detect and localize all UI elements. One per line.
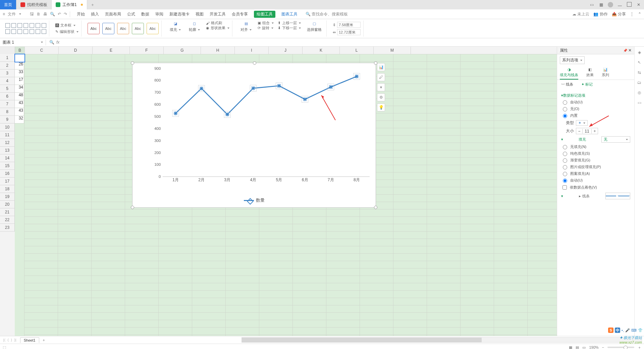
subtab-line[interactable]: 〰 线条 (561, 82, 573, 87)
tab-home[interactable]: 首页 (0, 0, 16, 9)
ime-skin-icon[interactable]: 👕 (638, 328, 643, 333)
window-close[interactable]: ✕ (636, 2, 641, 7)
fill-dropdown[interactable]: 无 (601, 136, 630, 143)
menu-data[interactable]: 数据 (141, 11, 149, 17)
tab-workbook[interactable]: 工作簿1 (52, 0, 87, 9)
stepper-plus[interactable]: ＋ (592, 128, 598, 134)
sheet-tab[interactable]: Sheet1 (20, 337, 39, 343)
ime-mic-icon[interactable]: 🎤 (625, 328, 630, 333)
radio-fill-pattern[interactable]: 图案填充(A) (561, 171, 630, 176)
resize-handle[interactable] (131, 61, 134, 65)
textbox-button[interactable]: 🅰 文本框 (55, 23, 78, 28)
resize-handle[interactable] (253, 61, 256, 65)
zoom-slider[interactable] (607, 347, 634, 348)
cloud-status[interactable]: ☁ 未上云 (572, 11, 589, 17)
close-panel-icon[interactable]: ✕ (628, 48, 632, 53)
window-restore[interactable] (627, 2, 632, 8)
save-icon[interactable]: 🖫 (30, 12, 34, 16)
diamond-icon[interactable]: ◈ (638, 50, 641, 55)
movedown-button[interactable]: ⬇ 下移一层 (278, 26, 301, 31)
shape-style-1[interactable]: Abc (88, 23, 100, 34)
col-L[interactable]: L (340, 47, 374, 54)
size-value[interactable]: 11 (582, 129, 592, 134)
menu-view[interactable]: 视图 (196, 11, 204, 17)
marker-size-stepper[interactable]: −11＋ (576, 128, 598, 134)
fill-button[interactable]: ◪填充 (168, 20, 183, 37)
shape-style-gallery[interactable]: Abc Abc Abc Abc Abc (88, 23, 159, 34)
share-button[interactable]: 📤 分享 (612, 11, 626, 17)
line-style-dropdown[interactable] (605, 193, 630, 199)
menu-charttools[interactable]: 图表工具 (281, 11, 298, 17)
height-field[interactable]: ⇕ 7.58厘米 (333, 22, 361, 28)
record-icon[interactable]: ⬚ (3, 345, 6, 349)
zoom-in-icon[interactable]: ＋ (638, 345, 641, 349)
ime-punct-icon[interactable]: •, (622, 328, 624, 332)
more-icon[interactable]: ⋮ (630, 12, 634, 16)
ime-lang-icon[interactable]: 中 (615, 328, 620, 333)
save-as-icon[interactable]: 🗎 (37, 12, 41, 16)
col-E[interactable]: E (93, 47, 130, 54)
hscrollbar[interactable] (241, 337, 642, 343)
radio-fill-auto[interactable]: 自动(U) (561, 178, 630, 183)
radio-fill-pic[interactable]: 图片或纹理填充(P) (561, 164, 630, 169)
chart-legend[interactable]: 数量 (132, 197, 376, 203)
new-tab-button[interactable]: ＋ (87, 0, 98, 9)
selection-pane-button[interactable]: ▢选择窗格 (305, 20, 324, 37)
add-sheet-button[interactable]: ＋ (42, 338, 46, 343)
chart-plot[interactable]: 01002003004005006007008009001月2月3月4月5月6月… (150, 66, 370, 183)
print-icon[interactable]: 🖶 (43, 12, 47, 16)
clipboard-icon[interactable]: 🗂 (637, 80, 641, 85)
chart-elements-icon[interactable]: 📊 (377, 63, 385, 71)
col-K[interactable]: K (303, 47, 340, 54)
shapefx-button[interactable]: ◉ 形状效果 (206, 26, 229, 31)
shape-style-3[interactable]: Abc (117, 23, 129, 34)
view-pagebreak-icon[interactable]: ▤ (576, 345, 579, 349)
stepper-minus[interactable]: − (576, 129, 582, 134)
zoom-out-icon[interactable]: − (602, 345, 604, 349)
shape-style-5[interactable]: Abc (147, 23, 159, 34)
chart-filter-icon[interactable]: ▾ (377, 83, 385, 91)
check-bypoint[interactable]: 依数据点着色(V) (561, 184, 630, 191)
tab-effect[interactable]: ◧效果 (586, 67, 594, 80)
zoom-value[interactable]: 190% (589, 345, 598, 349)
window-minimize[interactable] (617, 2, 623, 7)
menu-dev[interactable]: 开发工具 (210, 11, 226, 17)
col-C[interactable]: C (25, 47, 59, 54)
menu-insert[interactable]: 插入 (91, 11, 99, 17)
layout-icon[interactable]: ▭ (589, 2, 594, 7)
group-button[interactable]: ▣ 组合 (258, 20, 274, 26)
width-field[interactable]: ⇔ 12.72厘米 (333, 29, 361, 35)
settings2-icon[interactable]: ⇆ (638, 70, 641, 75)
radio-fill-none[interactable]: 无填充(N) (561, 144, 630, 149)
moveup-button[interactable]: ⬆ 上移一层 (278, 20, 301, 26)
marker-type-dropdown[interactable]: ✶ (576, 120, 588, 126)
menu-drawtools[interactable]: 绘图工具 (254, 11, 275, 18)
shapes-gallery[interactable] (5, 23, 46, 34)
command-search[interactable]: 🔍 查找命令、搜索模板 (306, 11, 348, 17)
chart-object[interactable]: 📊 🖊 ▾ ⚙ 💡 01002003004005006007008009001月… (132, 63, 376, 208)
cells-area[interactable]: 2633173448434332 📊 🖊 ▾ ⚙ 💡 (15, 54, 557, 336)
view-normal-icon[interactable]: ▦ (569, 345, 572, 349)
editshape-button[interactable]: ✎ 编辑形状 (55, 29, 78, 34)
menu-newtab[interactable]: 新建选项卡 (169, 11, 190, 17)
user-avatar[interactable] (608, 2, 613, 7)
radio-fill-solid[interactable]: 纯色填充(S) (561, 151, 630, 156)
print-preview-icon[interactable]: 🔍 (50, 12, 55, 16)
col-J[interactable]: J (269, 47, 303, 54)
section-marker-options[interactable]: 数据标记选项 (561, 93, 630, 98)
fx-area[interactable]: 🔍 fx (46, 40, 63, 45)
menu-vip[interactable]: 会员专享 (232, 11, 248, 17)
col-D[interactable]: D (59, 47, 93, 54)
name-box[interactable]: 图表 1 (0, 40, 46, 45)
file-menu[interactable]: 文件 (8, 11, 16, 17)
col-F[interactable]: F (130, 47, 164, 54)
series-options-dropdown[interactable]: 系列选项 (560, 56, 585, 64)
col-B[interactable]: B (15, 47, 25, 54)
chart-styles-icon[interactable]: 🖊 (377, 73, 385, 81)
tab-template[interactable]: 找稻壳模板 (16, 0, 52, 9)
column-headers[interactable]: B C D E F G H I J K L M (0, 47, 557, 54)
pin-icon[interactable]: 📌 (623, 49, 627, 52)
undo-icon[interactable]: ↶ (58, 12, 61, 16)
lightbulb-icon[interactable]: 💡 (377, 103, 385, 111)
shape-style-2[interactable]: Abc (102, 23, 114, 34)
